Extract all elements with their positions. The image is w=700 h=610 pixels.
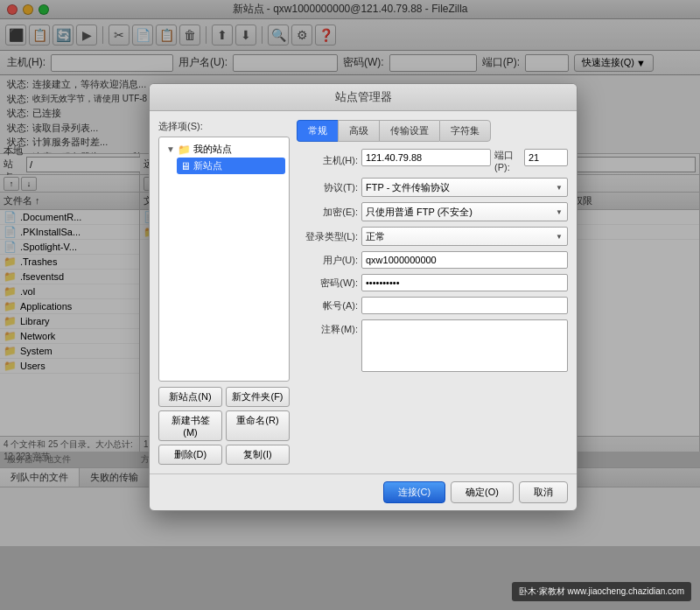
- form-login-label: 登录类型(L):: [297, 230, 358, 243]
- tab-advanced[interactable]: 高级: [338, 120, 379, 142]
- new-bookmark-button[interactable]: 新建书签(M): [158, 410, 222, 441]
- tree-root-label: 我的站点: [193, 143, 232, 156]
- account-row: 帐号(A):: [297, 297, 568, 314]
- dialog-title: 站点管理器: [150, 84, 577, 111]
- form-pass-input[interactable]: [361, 274, 568, 291]
- ok-button[interactable]: 确定(O): [451, 481, 514, 503]
- form-port-input[interactable]: [524, 149, 568, 166]
- form-login-select[interactable]: 正常: [361, 227, 568, 246]
- pass-form-row: 密码(W):: [297, 274, 568, 291]
- site-icon: 🖥: [180, 160, 191, 172]
- watermark: 卧木·家教材 www.jiaocheng.chazidian.com: [512, 582, 691, 601]
- comment-row: 注释(M):: [297, 319, 568, 372]
- form-port-label: 端口(P):: [494, 149, 521, 172]
- dialog-footer: 连接(C) 确定(O) 取消: [150, 473, 577, 510]
- dialog-action-buttons: 新站点(N) 新文件夹(F) 新建书签(M) 重命名(R) 删除(D) 复制(I…: [158, 387, 290, 465]
- host-port-group: 端口(P):: [361, 149, 568, 172]
- form-encrypt-select[interactable]: 只使用普通 FTP (不安全): [361, 202, 568, 221]
- new-site-button[interactable]: 新站点(N): [158, 387, 222, 407]
- form-user-label: 用户(U):: [297, 254, 358, 267]
- form-host-input[interactable]: [361, 149, 491, 166]
- buttons-row-3: 删除(D) 复制(I): [158, 445, 290, 465]
- site-manager-dialog: 站点管理器 选择项(S): ▼ 📁 我的站点 🖥 新站点 新站点(N) 新文件夹…: [149, 83, 578, 511]
- form-comment-label: 注释(M):: [297, 319, 358, 336]
- copy-button[interactable]: 复制(I): [226, 445, 290, 465]
- tab-charset[interactable]: 字符集: [439, 120, 491, 142]
- tab-transfer[interactable]: 传输设置: [379, 120, 439, 142]
- dialog-tab-bar: 常规 高级 传输设置 字符集: [297, 120, 568, 142]
- login-select-wrap[interactable]: 正常: [361, 227, 568, 246]
- dialog-left-panel: 选择项(S): ▼ 📁 我的站点 🖥 新站点 新站点(N) 新文件夹(F): [158, 120, 290, 465]
- encrypt-select-wrap[interactable]: 只使用普通 FTP (不安全): [361, 202, 568, 221]
- tree-expand-icon: ▼: [166, 144, 175, 154]
- tree-new-site[interactable]: 🖥 新站点: [177, 158, 285, 174]
- site-select-label: 选择项(S):: [158, 120, 290, 133]
- tab-general[interactable]: 常规: [297, 120, 338, 142]
- folder-icon: 📁: [178, 144, 191, 156]
- cancel-button[interactable]: 取消: [519, 481, 568, 503]
- tree-root[interactable]: ▼ 📁 我的站点: [163, 141, 285, 158]
- form-host-label: 主机(H):: [297, 154, 358, 167]
- user-row: 用户(U):: [297, 251, 568, 269]
- tree-site-label: 新站点: [193, 159, 222, 172]
- delete-button[interactable]: 删除(D): [158, 445, 222, 465]
- form-protocol-label: 协议(T):: [297, 181, 358, 194]
- buttons-row-2: 新建书签(M) 重命名(R): [158, 410, 290, 441]
- form-comment-input[interactable]: [361, 319, 568, 372]
- rename-button[interactable]: 重命名(R): [226, 410, 290, 441]
- form-account-input[interactable]: [361, 297, 568, 314]
- protocol-row: 协议(T): FTP - 文件传输协议: [297, 178, 568, 197]
- protocol-select-wrap[interactable]: FTP - 文件传输协议: [361, 178, 568, 197]
- buttons-row-1: 新站点(N) 新文件夹(F): [158, 387, 290, 407]
- host-row: 主机(H): 端口(P):: [297, 149, 568, 172]
- form-user-input[interactable]: [361, 251, 568, 269]
- dialog-right-panel: 常规 高级 传输设置 字符集 主机(H): 端口(P): 协议(T):: [297, 120, 568, 465]
- login-row: 登录类型(L): 正常: [297, 227, 568, 246]
- new-folder-button[interactable]: 新文件夹(F): [226, 387, 290, 407]
- connect-button[interactable]: 连接(C): [383, 481, 445, 503]
- form-protocol-select[interactable]: FTP - 文件传输协议: [361, 178, 568, 197]
- form-encrypt-label: 加密(E):: [297, 206, 358, 219]
- site-tree: ▼ 📁 我的站点 🖥 新站点: [158, 137, 290, 382]
- form-account-label: 帐号(A):: [297, 299, 358, 312]
- dialog-body: 选择项(S): ▼ 📁 我的站点 🖥 新站点 新站点(N) 新文件夹(F): [150, 111, 577, 473]
- form-pass-label: 密码(W):: [297, 277, 358, 290]
- encrypt-row: 加密(E): 只使用普通 FTP (不安全): [297, 202, 568, 221]
